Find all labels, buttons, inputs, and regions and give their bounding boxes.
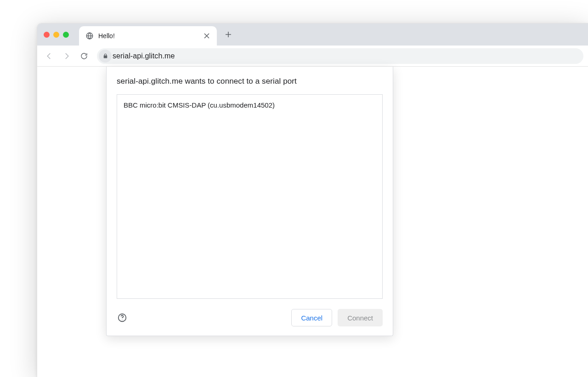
maximize-window-button[interactable] — [63, 32, 69, 38]
address-bar[interactable]: serial-api.glitch.me — [97, 48, 583, 64]
reload-button[interactable] — [77, 49, 91, 63]
prompt-title: serial-api.glitch.me wants to connect to… — [117, 77, 383, 86]
help-icon[interactable] — [117, 312, 128, 323]
connect-button[interactable]: Connect — [338, 309, 383, 326]
title-bar: Hello! — [37, 23, 588, 46]
url-text: serial-api.glitch.me — [113, 52, 175, 60]
device-item[interactable]: BBC micro:bit CMSIS-DAP (cu.usbmodem1450… — [117, 97, 382, 114]
svg-point-2 — [122, 320, 122, 320]
prompt-footer: Cancel Connect — [117, 309, 383, 326]
lock-icon[interactable] — [99, 50, 112, 63]
serial-port-permission-prompt: serial-api.glitch.me wants to connect to… — [106, 67, 393, 336]
minimize-window-button[interactable] — [53, 32, 59, 38]
close-window-button[interactable] — [44, 32, 50, 38]
tab-title: Hello! — [98, 32, 202, 40]
browser-tab[interactable]: Hello! — [79, 26, 217, 46]
cancel-button[interactable]: Cancel — [291, 309, 332, 326]
forward-button[interactable] — [59, 49, 74, 63]
toolbar: serial-api.glitch.me — [37, 46, 588, 67]
close-tab-button[interactable] — [202, 31, 211, 40]
new-tab-button[interactable] — [221, 28, 235, 41]
browser-window: Hello! — [37, 23, 588, 377]
page-content: serial-api.glitch.me wants to connect to… — [37, 67, 588, 377]
window-controls — [44, 32, 69, 38]
device-list[interactable]: BBC micro:bit CMSIS-DAP (cu.usbmodem1450… — [117, 94, 383, 299]
back-button[interactable] — [42, 49, 57, 63]
globe-icon — [85, 32, 94, 40]
